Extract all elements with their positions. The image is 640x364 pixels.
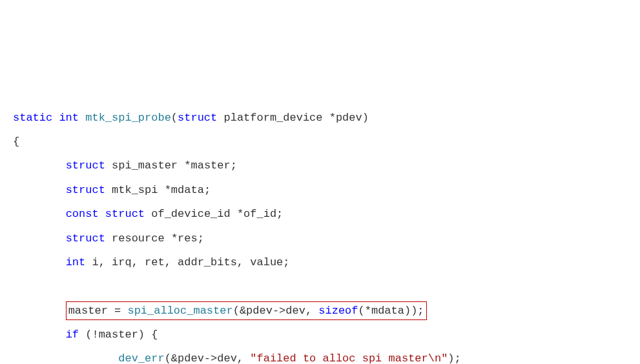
var-mdata: *mdata; xyxy=(165,184,211,196)
line-9: if (!master) { xyxy=(13,329,158,341)
kw-if: if xyxy=(66,329,79,341)
paren-open: ( xyxy=(171,112,178,124)
highlight-box: master = spi_alloc_master(&pdev->dev, si… xyxy=(66,301,427,320)
stmt-end: ); xyxy=(448,352,460,364)
var-master: *master; xyxy=(184,159,237,172)
line-8: master = spi_alloc_master(&pdev->dev, si… xyxy=(13,305,427,317)
param-pdev: *pdev xyxy=(329,112,362,124)
kw-const: const xyxy=(66,208,99,220)
kw-struct: struct xyxy=(66,232,105,245)
kw-struct: struct xyxy=(66,159,105,172)
string-literal: "failed to alloc spi master\n" xyxy=(250,352,448,364)
arg-pdev-dev-2: (&pdev->dev, xyxy=(165,352,251,364)
kw-static: static xyxy=(13,112,52,124)
var-list: i, irq, ret, addr_bits, value; xyxy=(92,256,289,268)
kw-struct: struct xyxy=(105,208,145,220)
kw-struct: struct xyxy=(66,184,105,196)
fn-spi-alloc-master: spi_alloc_master xyxy=(127,305,232,317)
cond-master: (!master) { xyxy=(85,329,158,341)
kw-int: int xyxy=(59,112,79,124)
arg-pdev-dev: (&pdev->dev, xyxy=(233,305,319,317)
kw-struct: struct xyxy=(178,112,217,124)
kw-int: int xyxy=(66,256,86,268)
line-5: const struct of_device_id *of_id; xyxy=(13,208,283,220)
fn-dev-err: dev_err xyxy=(118,352,164,364)
paren-close: ) xyxy=(362,112,369,124)
type-spi-master: spi_master xyxy=(112,159,178,172)
type-mtk-spi: mtk_spi xyxy=(112,184,158,196)
var-of-id: *of_id; xyxy=(237,208,283,220)
line-2: { xyxy=(13,136,19,148)
var-res: *res; xyxy=(171,232,204,245)
fn-name: mtk_spi_probe xyxy=(85,112,171,124)
line-3: struct spi_master *master; xyxy=(13,159,237,172)
arg-mdata: (*mdata)); xyxy=(358,305,424,317)
type-resource: resource xyxy=(112,232,165,245)
type-platform-device: platform_device xyxy=(223,112,322,124)
assign-master: master = xyxy=(68,305,128,317)
line-7: int i, irq, ret, addr_bits, value; xyxy=(13,256,290,268)
type-of-device-id: of_device_id xyxy=(151,208,230,220)
line-4: struct mtk_spi *mdata; xyxy=(13,184,211,196)
code-block: static int mtk_spi_probe(struct platform… xyxy=(13,106,627,364)
line-6: struct resource *res; xyxy=(13,232,204,245)
line-1: static int mtk_spi_probe(struct platform… xyxy=(13,112,369,124)
line-10: dev_err(&pdev->dev, "failed to alloc spi… xyxy=(13,352,461,364)
kw-sizeof: sizeof xyxy=(318,305,358,317)
